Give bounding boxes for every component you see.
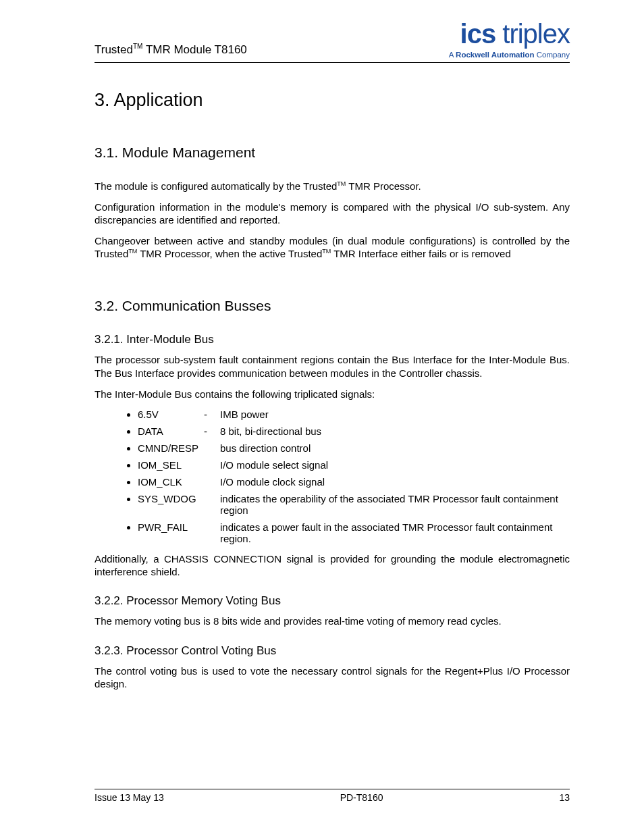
signal-item: IOM_SELI/O module select signal xyxy=(138,459,570,471)
signal-name: DATA xyxy=(138,425,204,437)
heading-2-communication-busses: 3.2. Communication Busses xyxy=(95,298,570,314)
signal-item: IOM_CLKI/O module clock signal xyxy=(138,476,570,488)
signal-name: CMND/RESP xyxy=(138,442,220,454)
page-footer: Issue 13 May 13 PD-T8160 13 xyxy=(95,789,570,803)
tm-mark: TM xyxy=(128,248,137,255)
signal-name: SYS_WDOG xyxy=(138,493,220,504)
brand-sub-bold: Rockwell Automation xyxy=(456,51,535,59)
signal-dash: - xyxy=(204,409,220,420)
footer-page-number: 13 xyxy=(559,792,570,803)
text: TMR Interface either fails or is removed xyxy=(331,248,510,259)
signal-name: IOM_SEL xyxy=(138,459,220,471)
signal-desc: bus direction control xyxy=(220,442,570,454)
signal-name: IOM_CLK xyxy=(138,476,220,488)
paragraph: Additionally, a CHASSIS CONNECTION signa… xyxy=(95,552,570,578)
paragraph: The memory voting bus is 8 bits wide and… xyxy=(95,615,570,627)
section-3-2: 3.2. Communication Busses 3.2.1. Inter-M… xyxy=(95,298,570,690)
text: TMR Processor. xyxy=(346,180,421,192)
signal-desc: indicates the operability of the associa… xyxy=(220,493,570,516)
brand-triplex: triplex xyxy=(495,19,570,49)
text: TMR Processor, when the active Trusted xyxy=(137,248,322,259)
heading-3-inter-module-bus: 3.2.1. Inter-Module Bus xyxy=(95,333,570,346)
heading-3-memory-voting-bus: 3.2.2. Processor Memory Voting Bus xyxy=(95,594,570,608)
paragraph: Configuration information in the module'… xyxy=(95,201,570,226)
doc-title-suffix: TMR Module T8160 xyxy=(142,43,246,56)
footer-issue: Issue 13 May 13 xyxy=(95,792,164,803)
paragraph: The processor sub-system fault containme… xyxy=(95,353,570,379)
brand-logo: ics triplex A Rockwell Automation Compan… xyxy=(449,20,570,59)
doc-title-prefix: Trusted xyxy=(95,43,133,56)
footer-doc-id: PD-T8160 xyxy=(340,792,383,803)
brand-sub-prefix: A xyxy=(449,51,456,59)
signal-list: 6.5V-IMB powerDATA-8 bit, bi-directional… xyxy=(95,409,570,544)
page-header: TrustedTM TMR Module T8160 ics triplex A… xyxy=(95,20,570,63)
heading-3-control-voting-bus: 3.2.3. Processor Control Voting Bus xyxy=(95,644,570,658)
brand-main: ics triplex xyxy=(449,20,570,47)
signal-desc: indicates a power fault in the associate… xyxy=(220,521,570,544)
signal-item: PWR_FAILindicates a power fault in the a… xyxy=(138,521,570,544)
brand-ics: ics xyxy=(460,19,496,49)
paragraph: Changeover between active and standby mo… xyxy=(95,234,570,260)
heading-2-module-management: 3.1. Module Management xyxy=(95,145,570,161)
brand-sub-suffix: Company xyxy=(535,51,570,59)
doc-title: TrustedTM TMR Module T8160 xyxy=(95,43,247,59)
brand-subtitle: A Rockwell Automation Company xyxy=(449,51,570,59)
doc-title-tm: TM xyxy=(133,43,142,50)
signal-desc: I/O module select signal xyxy=(220,459,570,471)
signal-item: 6.5V-IMB power xyxy=(138,409,570,420)
signal-desc: IMB power xyxy=(220,409,570,420)
paragraph: The Inter-Module Bus contains the follow… xyxy=(95,388,570,400)
paragraph: The module is configured automatically b… xyxy=(95,180,570,192)
signal-item: SYS_WDOGindicates the operability of the… xyxy=(138,493,570,516)
signal-desc: 8 bit, bi-directional bus xyxy=(220,425,570,437)
signal-dash: - xyxy=(204,425,220,437)
signal-item: CMND/RESPbus direction control xyxy=(138,442,570,454)
signal-name: 6.5V xyxy=(138,409,204,420)
signal-desc: I/O module clock signal xyxy=(220,476,570,488)
paragraph: The control voting bus is used to vote t… xyxy=(95,664,570,690)
text: The module is configured automatically b… xyxy=(95,180,337,192)
tm-mark: TM xyxy=(337,180,346,187)
signal-item: DATA-8 bit, bi-directional bus xyxy=(138,425,570,437)
heading-1: 3. Application xyxy=(95,90,570,111)
signal-name: PWR_FAIL xyxy=(138,521,220,533)
page: TrustedTM TMR Module T8160 ics triplex A… xyxy=(0,0,644,834)
tm-mark: TM xyxy=(322,248,331,255)
